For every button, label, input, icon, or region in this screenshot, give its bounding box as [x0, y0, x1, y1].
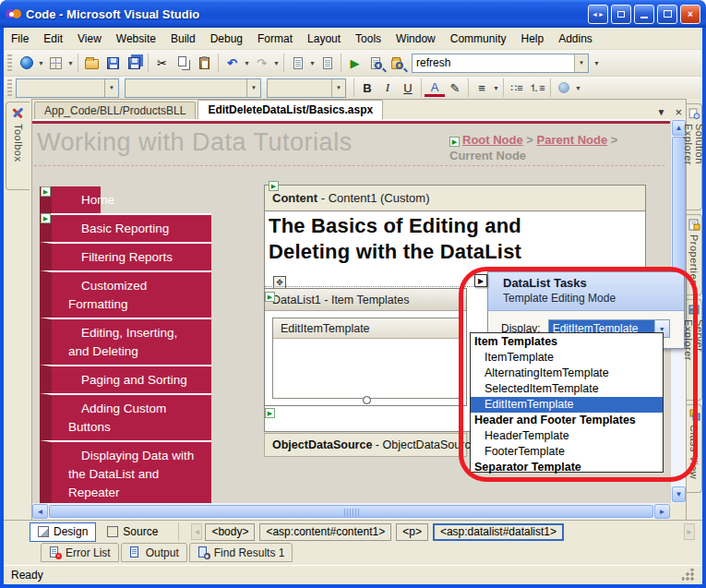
font-name-combobox[interactable]: ▼	[125, 78, 261, 98]
class-view-tab[interactable]: Class View	[687, 404, 702, 493]
numbered-list-icon[interactable]: ⒈≡	[527, 78, 547, 97]
menu-view[interactable]: View	[70, 30, 109, 48]
title-bar[interactable]: Code - Microsoft Visual Studio ◄► ×	[0, 0, 706, 28]
scroll-left-icon[interactable]: ◄	[32, 504, 48, 519]
smart-tag-glyph-icon[interactable]: ▶	[449, 137, 460, 147]
toolbox-tab[interactable]: Toolbox	[6, 102, 30, 190]
menu-build[interactable]: Build	[163, 30, 203, 48]
maximize-button[interactable]	[657, 5, 677, 24]
find-in-files-icon[interactable]	[387, 53, 408, 73]
smart-tag-glyph-icon[interactable]: ▶	[41, 213, 51, 223]
minimize-button[interactable]	[634, 5, 654, 24]
objectdatasource-control[interactable]: ObjectDataSource - ObjectDataSource1	[264, 433, 467, 457]
close-document-icon[interactable]: ×	[675, 105, 682, 119]
bold-icon[interactable]: B	[357, 78, 377, 97]
close-button[interactable]: ×	[680, 5, 700, 24]
find-combobox-value[interactable]: refresh	[413, 56, 574, 69]
smart-tag-glyph-icon[interactable]: ▶	[41, 186, 51, 197]
scroll-down-icon[interactable]: ▼	[672, 486, 686, 502]
menu-community[interactable]: Community	[443, 30, 514, 48]
hyperlink-icon[interactable]	[554, 78, 574, 97]
solution-explorer-tab[interactable]: Solution Explorer	[687, 103, 702, 210]
pan-buttons-icon[interactable]: ◄►	[588, 5, 608, 24]
save-all-icon[interactable]	[124, 53, 145, 73]
toolbar-overflow-icon[interactable]: ▼	[592, 53, 601, 73]
tag-asp-datalist[interactable]: <asp:datalist#datalist1>	[433, 523, 564, 541]
tag-p[interactable]: <p>	[396, 523, 428, 541]
tag-body[interactable]: <body>	[205, 523, 255, 541]
copy-icon[interactable]	[173, 53, 194, 73]
menu-edit[interactable]: Edit	[36, 30, 70, 48]
cut-icon[interactable]: ✂	[151, 53, 173, 73]
source-view-button[interactable]: Source	[100, 522, 165, 542]
properties-tab[interactable]: Properties	[687, 214, 702, 295]
toolbar-grip[interactable]	[7, 79, 12, 96]
navigate-forward-icon[interactable]	[317, 53, 338, 73]
popout-icon[interactable]	[611, 5, 631, 24]
smart-tag-glyph-icon[interactable]: ▶	[269, 181, 279, 191]
redo-icon[interactable]: ↷	[251, 53, 272, 73]
tag-nav-right-icon[interactable]: ►	[684, 523, 695, 540]
resize-handle[interactable]	[363, 396, 371, 404]
nav-basic-reporting[interactable]: Basic Reporting	[40, 213, 211, 242]
tag-asp-content[interactable]: <asp:content#content1>	[259, 523, 391, 541]
navigate-backward-icon[interactable]	[287, 53, 308, 73]
dropdown-item-edititemtemplate[interactable]: EditItemTemplate	[471, 397, 663, 413]
datalist-control[interactable]: DataList1 - Item Templates EditItemTempl…	[264, 288, 467, 406]
new-website-button[interactable]	[16, 53, 37, 73]
new-website-dropdown-icon[interactable]: ▼	[37, 53, 45, 73]
find-combobox-dropdown-icon[interactable]: ▼	[574, 54, 588, 72]
tab-productsbll[interactable]: App_Code/BLL/ProductsBLL	[34, 102, 196, 119]
smart-tag-glyph-icon[interactable]: ▶	[265, 292, 275, 302]
font-size-combobox[interactable]: ▼	[267, 78, 346, 98]
document-list-dropdown-icon[interactable]: ▼	[657, 107, 666, 117]
horizontal-scrollbar[interactable]: ◄ ►	[32, 503, 670, 520]
design-view-button[interactable]: Design	[30, 522, 96, 542]
undo-dropdown-icon[interactable]: ▼	[243, 53, 251, 73]
font-color-icon[interactable]: A	[425, 81, 445, 97]
dropdown-item-footertemplate[interactable]: FooterTemplate	[471, 444, 663, 460]
redo-dropdown-icon[interactable]: ▼	[272, 53, 281, 73]
add-item-dropdown-icon[interactable]: ▼	[66, 53, 75, 73]
dropdown-item-itemtemplate[interactable]: ItemTemplate	[471, 350, 663, 366]
menu-addins[interactable]: Addins	[551, 30, 600, 48]
server-explorer-tab[interactable]: Server Explorer	[687, 299, 702, 401]
save-icon[interactable]	[102, 53, 124, 73]
underline-icon[interactable]: U	[398, 78, 418, 97]
menu-window[interactable]: Window	[389, 30, 443, 48]
menu-website[interactable]: Website	[109, 30, 163, 48]
nav-displaying-data[interactable]: Displaying Data with the DataList and Re…	[40, 440, 211, 503]
align-dropdown-icon[interactable]: ▼	[492, 78, 500, 98]
resize-grip[interactable]	[682, 569, 695, 582]
smart-tag-panel-arrow-icon[interactable]: ▶	[474, 274, 487, 287]
dropdown-item-selecteditemtemplate[interactable]: SelectedItemTemplate	[471, 381, 663, 397]
open-file-icon[interactable]	[81, 53, 102, 73]
nav-editing-inserting-deleting[interactable]: Editing, Inserting, and Deleting	[40, 318, 211, 365]
add-new-item-button[interactable]	[45, 53, 66, 73]
target-rule-combobox[interactable]: ▼	[16, 78, 119, 98]
menu-layout[interactable]: Layout	[300, 30, 348, 48]
align-icon[interactable]: ≡	[472, 78, 492, 97]
content-control-header[interactable]: Content - Content1 (Custom)	[265, 186, 645, 211]
breadcrumb-parent-link[interactable]: Parent Node	[537, 133, 608, 147]
menu-debug[interactable]: Debug	[203, 30, 250, 48]
tab-basics-aspx[interactable]: EditDeleteDataList/Basics.aspx	[197, 100, 383, 119]
nav-filtering-reports[interactable]: Filtering Reports	[40, 242, 211, 270]
undo-icon[interactable]: ↶	[221, 53, 243, 73]
nav-customized-formatting[interactable]: Customized Formatting	[40, 270, 211, 318]
datalist-header[interactable]: DataList1 - Item Templates	[265, 289, 466, 311]
menu-file[interactable]: File	[4, 30, 36, 48]
nav-adding-custom-buttons[interactable]: Adding Custom Buttons	[40, 393, 211, 440]
scroll-right-icon[interactable]: ►	[654, 504, 670, 519]
view-in-browser-icon[interactable]	[365, 53, 387, 73]
menu-tools[interactable]: Tools	[348, 30, 389, 48]
find-results-tab[interactable]: ◉ Find Results 1	[189, 543, 293, 562]
start-debugging-icon[interactable]: ▶	[344, 53, 365, 73]
nav-paging-sorting[interactable]: Paging and Sorting	[40, 365, 211, 393]
horizontal-scroll-thumb[interactable]	[49, 505, 653, 518]
error-list-tab[interactable]: × Error List	[41, 543, 119, 562]
tag-nav-left-icon[interactable]: ◄	[191, 523, 202, 540]
menu-help[interactable]: Help	[513, 30, 551, 48]
highlight-icon[interactable]: ✎	[445, 78, 465, 97]
paste-icon[interactable]	[194, 53, 215, 73]
